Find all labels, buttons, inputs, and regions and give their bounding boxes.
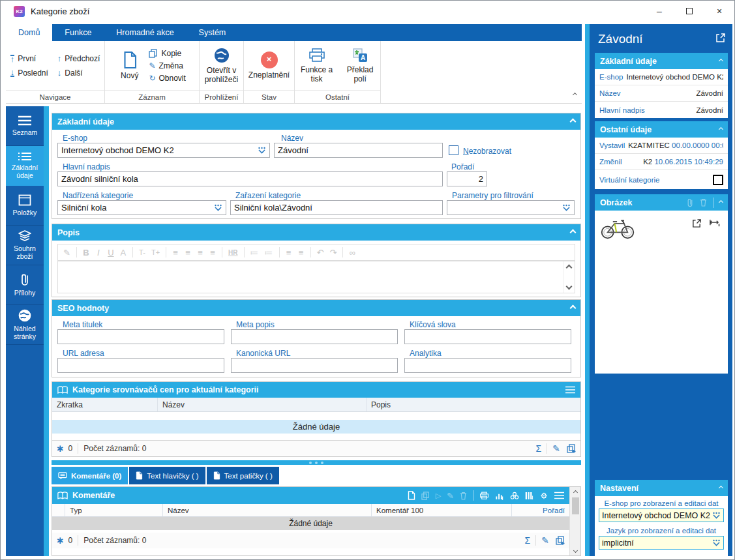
sum-button[interactable]: Σ	[536, 443, 542, 454]
collapse-section-button[interactable]	[719, 486, 723, 490]
column-nazev[interactable]: Název	[163, 504, 372, 516]
field-translation-button[interactable]: A Překlad polí	[342, 46, 378, 85]
combo-dropdown-icon[interactable]	[214, 204, 222, 211]
eshop-input[interactable]: Internetový obchod DEMO K2	[57, 143, 270, 158]
font-color-button[interactable]: A	[120, 248, 127, 258]
menu-icon[interactable]	[565, 386, 575, 394]
meta-popis-input[interactable]	[231, 329, 398, 344]
maximize-button[interactable]	[674, 1, 704, 22]
chart-button[interactable]	[495, 492, 504, 500]
nazev-input[interactable]: Závodní	[274, 143, 443, 158]
tab-funkce[interactable]: Funkce	[52, 24, 104, 41]
column-popis[interactable]: Popis	[367, 398, 580, 411]
next-button[interactable]: ↓ Další	[57, 68, 100, 78]
image-size-button[interactable]	[709, 218, 720, 231]
font-larger-button[interactable]: T+	[151, 248, 160, 256]
italic-button[interactable]: I	[95, 248, 102, 258]
align-left-button[interactable]: ≡	[172, 248, 179, 258]
sum-button[interactable]: Σ	[525, 535, 531, 546]
bullet-list-button[interactable]: ≔	[265, 248, 273, 258]
combo-dropdown-icon[interactable]	[712, 539, 721, 546]
redo-button[interactable]: ↷	[329, 248, 337, 258]
edit-icon[interactable]: ✎	[63, 248, 70, 258]
sidebar-item-seznam[interactable]: Seznam	[6, 106, 44, 146]
tab-komentare[interactable]: Komentáře (0)	[52, 467, 128, 484]
column-typ[interactable]: Typ	[65, 504, 163, 516]
undo-button[interactable]: ↶	[317, 248, 324, 258]
zarazeni-kategorie-input[interactable]: Silniční kola\Závodní	[230, 200, 443, 215]
textarea-scrollbar[interactable]	[563, 261, 575, 293]
meta-titulek-input[interactable]	[57, 329, 224, 344]
open-in-browser-button[interactable]: Otevřít v prohlížeči	[202, 46, 241, 86]
tab-domu[interactable]: Domů	[6, 24, 52, 41]
horizontal-splitter[interactable]	[52, 460, 581, 465]
open-external-button[interactable]	[715, 33, 726, 46]
virtualni-kategorie-checkbox[interactable]	[713, 175, 723, 185]
combo-dropdown-icon[interactable]	[562, 204, 571, 211]
settings-eshop-select[interactable]: Internetový obchod DEMO K2	[599, 508, 724, 522]
close-button[interactable]: ×	[704, 1, 734, 22]
nadrizena-kategorie-input[interactable]: Silniční kola	[57, 200, 226, 215]
horizontal-rule-button[interactable]: HR	[228, 249, 237, 256]
scroll-up-icon[interactable]	[573, 490, 577, 494]
collapse-section-button[interactable]	[570, 119, 577, 125]
tab-hromadne-akce[interactable]: Hromadné akce	[104, 24, 186, 41]
functions-print-button[interactable]: Funkce a tisk	[297, 46, 336, 85]
menu-icon[interactable]	[554, 492, 564, 499]
collapse-section-button[interactable]	[570, 229, 577, 236]
open-image-button[interactable]	[692, 218, 702, 231]
poradi-input[interactable]: 2	[447, 171, 487, 186]
sidebar-item-zakladni-udaje[interactable]: Základní údaje	[6, 146, 44, 186]
collapse-section-button[interactable]	[719, 200, 723, 205]
ribbon-collapse-button[interactable]	[573, 87, 577, 99]
bulk-change-button[interactable]	[556, 536, 565, 545]
refresh-button[interactable]: ↻ Obnovit	[149, 74, 185, 83]
new-comment-button[interactable]	[408, 491, 415, 500]
settings-jazyk-select[interactable]: implicitní	[599, 536, 724, 550]
collapse-section-button[interactable]	[719, 59, 723, 63]
minimize-button[interactable]: –	[644, 1, 674, 22]
font-smaller-button[interactable]: T-	[139, 248, 145, 256]
indent-button[interactable]: ≡	[298, 248, 305, 258]
collapse-section-button[interactable]	[570, 305, 577, 312]
combo-dropdown-icon[interactable]	[258, 147, 266, 154]
print-button[interactable]	[479, 492, 489, 500]
align-center-button[interactable]: ≡	[185, 248, 191, 258]
bulk-change-button[interactable]	[567, 444, 577, 453]
bike-thumbnail[interactable]	[600, 216, 635, 241]
sidebar-item-souhrn-zbozi[interactable]: Souhrn zboží	[6, 226, 44, 265]
tab-text-hlavicky[interactable]: Text hlavičky ( )	[129, 467, 205, 484]
copy-button[interactable]: Kopie	[149, 49, 185, 58]
column-poradi[interactable]: Pořadí	[512, 504, 569, 516]
align-right-button[interactable]: ≡	[197, 248, 203, 258]
edit-button[interactable]: ✎	[552, 443, 560, 454]
underline-button[interactable]: U	[108, 248, 114, 258]
scroll-up-icon[interactable]	[566, 265, 573, 271]
outdent-button[interactable]: ≡	[286, 248, 292, 258]
kanonicka-url-input[interactable]	[231, 358, 398, 373]
scroll-down-icon[interactable]	[573, 548, 577, 552]
collapse-section-button[interactable]	[719, 127, 723, 132]
parametry-input[interactable]	[447, 200, 575, 215]
tab-system[interactable]: Systém	[187, 24, 239, 41]
scrollbar-thumb[interactable]	[572, 497, 579, 514]
scroll-down-icon[interactable]	[566, 284, 573, 290]
settings-search-button[interactable]	[539, 492, 548, 500]
columns-button[interactable]	[525, 492, 533, 500]
sidebar-item-prilohy[interactable]: Přílohy	[6, 265, 44, 305]
edit-button[interactable]: ✎	[541, 535, 549, 546]
url-adresa-input[interactable]	[57, 358, 224, 373]
bold-button[interactable]: B	[83, 248, 89, 258]
link-button[interactable]: ∞	[349, 248, 355, 258]
tab-text-paticky[interactable]: Text patičky ( )	[207, 467, 279, 484]
comments-scrollbar[interactable]	[569, 487, 580, 555]
analytika-input[interactable]	[404, 358, 571, 373]
popis-textarea[interactable]	[57, 261, 575, 293]
grouping-button[interactable]	[510, 492, 519, 500]
align-justify-button[interactable]: ≡	[209, 248, 216, 258]
klicova-slova-input[interactable]	[404, 329, 571, 344]
column-nazev[interactable]: Název	[158, 398, 367, 411]
hlavni-nadpis-input[interactable]: Závodní silniční kola	[57, 171, 443, 186]
change-button[interactable]: ✎ Změna	[149, 61, 185, 70]
sidebar-item-polozky[interactable]: Položky	[6, 186, 44, 226]
